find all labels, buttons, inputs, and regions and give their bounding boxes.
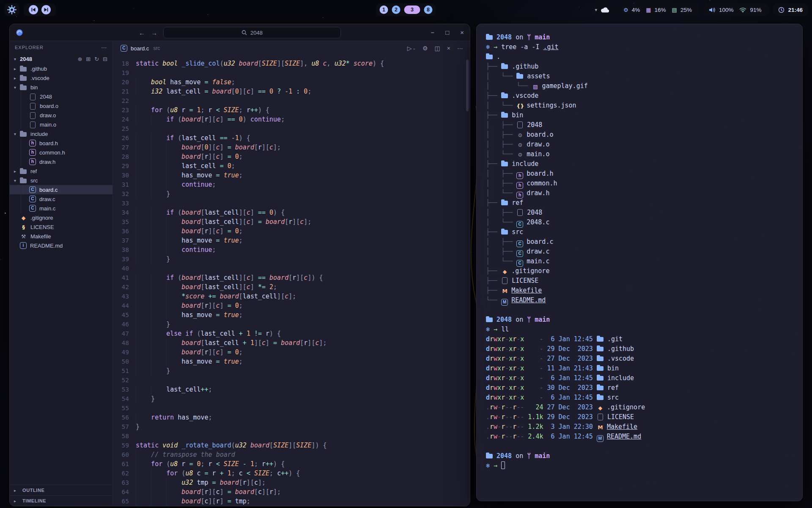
tree-item-Makefile[interactable]: ⚒Makefile	[10, 232, 112, 241]
outline-panel[interactable]: ▸ OUTLINE	[10, 485, 112, 495]
search-input[interactable]: 2048	[163, 27, 341, 38]
timeline-panel[interactable]: ▸ TIMELINE	[10, 495, 112, 506]
cloud-icon	[601, 7, 609, 13]
chevron-right-icon: ▸	[14, 488, 20, 493]
obj-icon: ⚙	[516, 150, 524, 160]
run-button[interactable]: ▷⌄	[407, 45, 416, 52]
more-actions-button[interactable]: ⋯	[457, 45, 463, 52]
folder-icon	[486, 53, 493, 59]
tree-item-common.h[interactable]: hcommon.h	[10, 148, 112, 157]
minimize-button[interactable]: −	[431, 29, 434, 36]
code-area[interactable]: 1819202122232425262728293031323334353637…	[113, 55, 470, 506]
volume-icon	[709, 7, 716, 13]
tab-path-hint: src	[153, 45, 160, 51]
tree-item-src[interactable]: ▾src	[10, 176, 112, 185]
make-icon: ⚒	[20, 233, 27, 240]
app-icon	[16, 29, 23, 36]
file-icon	[29, 94, 36, 99]
split-editor-button[interactable]: ◫	[435, 45, 440, 52]
c-icon: C	[29, 186, 36, 193]
folder-icon	[597, 384, 604, 390]
folder-icon	[597, 365, 604, 371]
disk-value: 25%	[680, 7, 692, 13]
close-editor-button[interactable]: ×	[447, 45, 450, 52]
wifi-icon	[739, 7, 746, 13]
chevron-down-icon: ▾	[595, 7, 598, 13]
tree-item-main.o[interactable]: main.o	[10, 120, 112, 129]
refresh-button[interactable]: ↻	[94, 56, 99, 62]
launcher-button[interactable]	[4, 3, 19, 16]
tree-item-2048[interactable]: 2048	[10, 92, 112, 101]
obj-icon: ⚙	[516, 140, 524, 150]
media-prev-button[interactable]	[29, 5, 38, 14]
scrollbar[interactable]	[466, 60, 469, 111]
tree-item-board.h[interactable]: hboard.h	[10, 138, 112, 148]
folder-icon	[501, 63, 508, 69]
clock-icon	[778, 7, 785, 13]
tabbar: C board.c src ▷⌄ ⚙ ◫ × ⋯	[113, 41, 470, 55]
explorer-title: EXPLORER	[15, 45, 44, 50]
obj-icon: ⚙	[516, 130, 524, 140]
tree-item-.vscode[interactable]: ▸.vscode	[10, 73, 112, 83]
skip-back-icon	[31, 7, 36, 12]
terminal-window[interactable]: 2048 on ᛘ main❄ → tree -a -I .git.├── .g…	[476, 24, 803, 501]
h-icon: h	[516, 172, 523, 179]
workspace-3[interactable]: 3	[404, 6, 420, 14]
clock-time: 21:46	[788, 7, 803, 13]
weather-widget[interactable]: ▾	[590, 3, 614, 16]
folder-icon	[20, 75, 27, 81]
md-icon: M	[501, 299, 508, 306]
file-tree: ▸.github▸.vscode▾bin2048board.odraw.omai…	[10, 64, 112, 250]
folder-icon	[486, 316, 493, 322]
system-stats[interactable]: ⚙4%▦16%▤25%	[618, 3, 700, 16]
tab-board.c[interactable]: C board.c src	[121, 45, 160, 52]
tree-item-.github[interactable]: ▸.github	[10, 64, 112, 73]
tree-item-board.c[interactable]: Cboard.c	[10, 185, 112, 194]
tree-item-board.o[interactable]: board.o	[10, 101, 112, 110]
chevron-right-icon: ▸	[14, 499, 20, 503]
close-button[interactable]: ×	[460, 29, 464, 36]
media-next-button[interactable]	[41, 5, 51, 14]
folder-icon	[516, 73, 524, 79]
code-lines: static bool _slide_col(u32 board[SIZE][S…	[136, 59, 470, 506]
chevron-down-icon: ▾	[14, 57, 20, 61]
h-icon: h	[29, 158, 36, 165]
maximize-button[interactable]: □	[445, 29, 449, 36]
license-icon: §	[20, 224, 27, 230]
editor-titlebar[interactable]: ← → 2048 − □ ×	[10, 24, 470, 41]
tree-item-draw.o[interactable]: draw.o	[10, 110, 112, 120]
workspace-2[interactable]: 2	[392, 6, 401, 14]
tree-item-LICENSE[interactable]: §LICENSE	[10, 222, 112, 232]
tree-root[interactable]: ▾ 2048 ⊕ ⊞ ↻ ⊟	[10, 54, 112, 64]
tree-item-draw.h[interactable]: hdraw.h	[10, 157, 112, 166]
folder-icon	[20, 66, 27, 72]
gutter: 1819202122232425262728293031323334353637…	[113, 59, 136, 506]
tree-item-main.c[interactable]: Cmain.c	[10, 204, 112, 213]
h-icon: h	[516, 182, 523, 189]
explorer-more-icon[interactable]: ⋯	[101, 44, 107, 51]
c-icon: C	[516, 240, 523, 247]
tree-item-draw.c[interactable]: Cdraw.c	[10, 194, 112, 204]
h-icon: h	[29, 140, 36, 146]
file-icon	[597, 414, 604, 420]
new-file-button[interactable]: ⊕	[77, 56, 82, 62]
audio-network-widget[interactable]: 100% 91%	[704, 3, 769, 16]
nav-back-button[interactable]: ←	[139, 29, 145, 36]
topbar: 1238 ▾ ⚙4%▦16%▤25% 100% 91% 21:46	[0, 0, 812, 19]
tree-item-include[interactable]: ▾include	[10, 129, 112, 138]
workspace-8[interactable]: 8	[424, 6, 433, 14]
tree-item-.gitignore[interactable]: ◆.gitignore	[10, 213, 112, 222]
tree-item-ref[interactable]: ▸ref	[10, 166, 112, 176]
workspace-1[interactable]: 1	[380, 6, 388, 14]
tree-item-README.md[interactable]: iREADME.md	[10, 241, 112, 250]
clock-widget[interactable]: 21:46	[773, 3, 808, 16]
new-folder-button[interactable]: ⊞	[86, 56, 91, 62]
tree-item-bin[interactable]: ▾bin	[10, 83, 112, 92]
folder-icon	[597, 336, 604, 342]
gear-logo-icon	[7, 5, 16, 14]
c-icon: C	[516, 221, 523, 228]
settings-gear-icon[interactable]: ⚙	[422, 45, 428, 52]
nav-forward-button[interactable]: →	[151, 29, 157, 36]
collapse-all-button[interactable]: ⊟	[103, 56, 107, 62]
make-icon: M	[597, 422, 604, 432]
